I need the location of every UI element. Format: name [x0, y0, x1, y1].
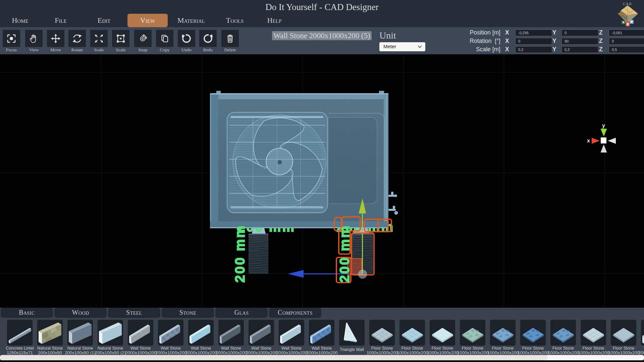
svg-text:CAD: CAD [623, 2, 632, 6]
svg-text:200 mm: 200 mm [337, 225, 352, 283]
svg-text:y: y [602, 123, 605, 128]
svg-text:x: x [587, 138, 590, 143]
